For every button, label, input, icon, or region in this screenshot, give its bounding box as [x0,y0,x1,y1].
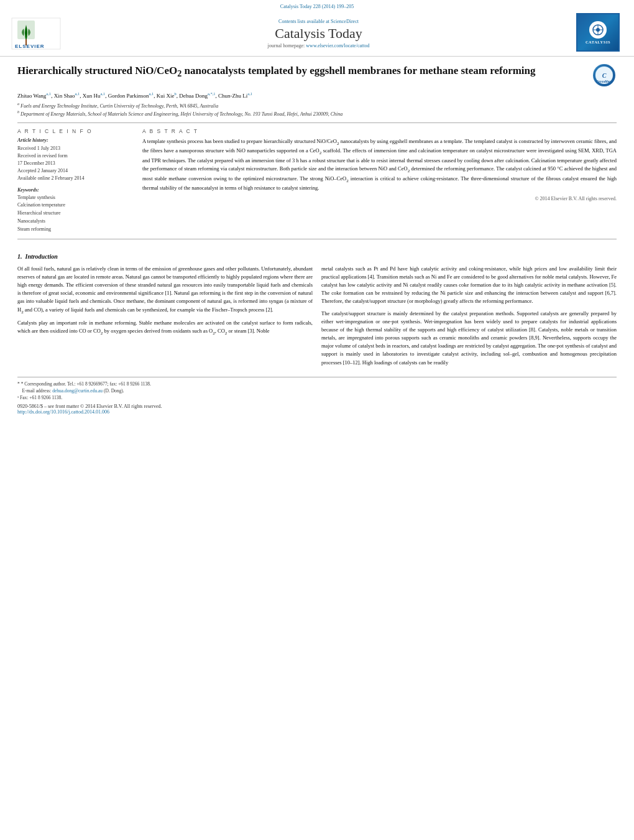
article-revised-date: 17 December 2013 [17,160,132,167]
email-link[interactable]: dehua.dong@curtin.edu.au [52,388,103,394]
divider-1 [17,122,617,123]
body-col-right: metal catalysts such as Pt and Pd have h… [321,265,617,371]
article-received-revised-label: Received in revised form [17,152,132,160]
article-history-label: Article history: [17,137,132,143]
divider-2 [17,239,617,239]
article-content: Hierarchically structured NiO/CeO2 nanoc… [0,57,634,251]
crossmark-icon: C CrossMark [593,64,615,86]
info-abstract-section: A R T I C L E I N F O Article history: R… [17,128,617,234]
content-available-text: Contents lists available at ScienceDirec… [61,19,576,24]
body-para-2: Catalysts play an important role in meth… [17,319,313,337]
journal-title: Catalysis Today [61,25,576,42]
journal-issue-bar: Catalysis Today 228 (2014) 199–205 [0,0,634,11]
homepage-url[interactable]: www.elsevier.com/locate/cattod [306,43,369,48]
main-body: 1. Introduction Of all fossil fuels, nat… [0,251,634,422]
email-label: E-mail address: [22,388,52,394]
catalysis-logo-text: CATALYSIS [586,40,610,44]
footnotes: * * Corresponding author. Tel.: +61 8 92… [17,377,617,402]
body-para-3: metal catalysts such as Pt and Pd have h… [321,265,617,306]
svg-text:C: C [602,72,607,79]
body-para-4: The catalyst/support structure is mainly… [321,310,617,367]
body-two-col: Of all fossil fuels, natural gas is rela… [17,265,617,371]
footnote-fax: ¹ Fax: +61 8 9266 1138. [17,394,617,401]
corresponding-symbol: * [17,381,20,387]
keyword-4: Nanocatalysts [17,218,132,226]
crossmark-badge: C CrossMark [593,64,617,88]
journal-info-footer: 0920-5861/$ – see front matter © 2014 El… [17,404,617,415]
abstract-col: A B S T R A C T A template synthesis pro… [142,128,617,234]
article-info-heading: A R T I C L E I N F O [17,128,132,134]
journal-center: Contents lists available at ScienceDirec… [61,19,576,48]
journal-homepage: journal homepage: www.elsevier.com/locat… [61,43,576,48]
article-received: Received 1 July 2013 [17,145,132,152]
svg-text:ELSEVIER: ELSEVIER [15,44,45,49]
body-col-left: Of all fossil fuels, natural gas is rela… [17,265,313,371]
article-available: Available online 2 February 2014 [17,175,132,182]
journal-info-text: 0920-5861/$ – see front matter © 2014 El… [17,404,617,409]
keyword-3: Hierarchical structure [17,210,132,218]
catalysis-logo: CATALYSIS [576,13,623,53]
abstract-text: A template synthesis process has been st… [142,137,617,193]
keywords-list: Template synthesis Calcination temperatu… [17,194,132,234]
article-title-section: Hierarchically structured NiO/CeO2 nanoc… [17,64,617,88]
elsevier-logo: ELSEVIER [11,17,61,50]
authors-line: Zhitao Wanga,1, Xin Shaoa,1, Xun Hua,1, … [17,91,617,99]
corresponding-text: * Corresponding author. Tel.: +61 8 9266… [21,381,151,387]
catalysis-logo-icon [589,21,607,39]
catalysis-logo-inner: CATALYSIS [576,13,620,52]
article-info-col: A R T I C L E I N F O Article history: R… [17,128,132,234]
affiliations: a Fuels and Energy Technology Institute,… [17,101,617,118]
body-para-1: Of all fossil fuels, natural gas is rela… [17,265,313,316]
keyword-1: Template synthesis [17,194,132,202]
keyword-2: Calcination temperature [17,201,132,210]
article-title: Hierarchically structured NiO/CeO2 nanoc… [17,64,587,80]
section-1-title: 1. Introduction [17,253,617,260]
keywords-label: Keywords: [17,187,132,193]
footnote-email: E-mail address: dehua.dong@curtin.edu.au… [17,387,617,394]
article-accepted: Accepted 2 January 2014 [17,167,132,175]
keyword-5: Steam reforming [17,226,132,234]
abstract-heading: A B S T R A C T [142,128,617,134]
page-wrapper: Catalysis Today 228 (2014) 199–205 ELSEV… [0,0,634,840]
journal-issue-text: Catalysis Today 228 (2014) 199–205 [280,4,354,9]
doi-link[interactable]: http://dx.doi.org/10.1016/j.cattod.2014.… [17,409,109,415]
sciencedirect-link[interactable]: ScienceDirect [331,19,359,24]
svg-text:CrossMark: CrossMark [596,80,612,83]
email-name: D. Dong [105,388,121,394]
copyright-text: © 2014 Elsevier B.V. All rights reserved… [142,196,617,201]
journal-header: ELSEVIER Contents lists available at Sci… [0,11,634,57]
footnote-corresponding: * * Corresponding author. Tel.: +61 8 92… [17,381,617,387]
